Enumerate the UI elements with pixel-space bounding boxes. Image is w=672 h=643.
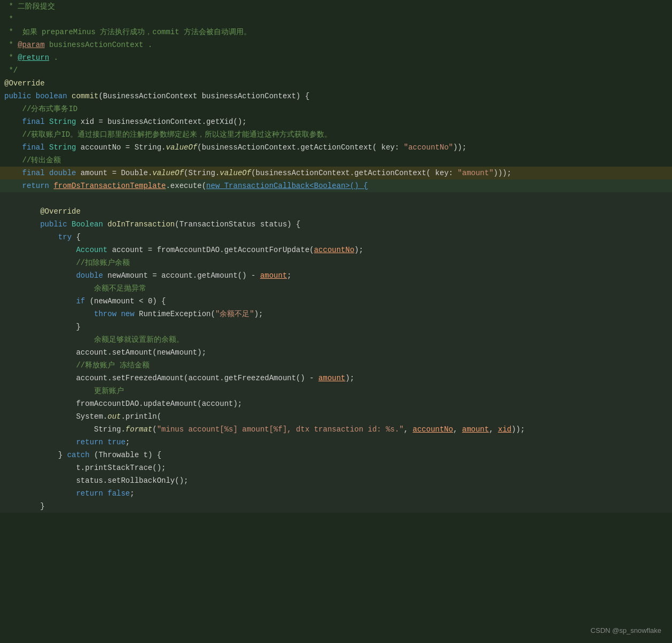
- code-token: "minus account[%s] amount[%f], dtx trans…: [157, 425, 404, 434]
- line-content: * @param businessActionContext .: [0, 39, 672, 51]
- line-content: * @return .: [0, 52, 672, 64]
- code-token: valueOf: [152, 169, 184, 177]
- code-token: (: [184, 169, 188, 177]
- code-token: [4, 284, 94, 293]
- line-content: [0, 193, 672, 205]
- code-token: status.setRollbackOnly();: [76, 476, 188, 485]
- code-token: [4, 117, 22, 126]
- code-token: "accountNo": [404, 143, 453, 152]
- code-token: accountNo =: [81, 143, 135, 152]
- code-token: [4, 489, 76, 498]
- code-token: final: [22, 143, 49, 152]
- code-token: //分布式事务ID: [4, 105, 77, 113]
- code-token: [4, 246, 76, 254]
- code-token: [4, 207, 40, 216]
- code-line: return false;: [0, 487, 672, 500]
- code-line: fromAccountDAO.updateAmount(account);: [0, 397, 672, 410]
- code-token: System.: [76, 412, 107, 421]
- line-content: }: [0, 321, 672, 333]
- line-content: return true;: [0, 436, 672, 448]
- code-token: [4, 335, 94, 344]
- code-line: status.setRollbackOnly();: [0, 474, 672, 487]
- line-content: @Override: [0, 77, 672, 89]
- code-token: *: [4, 15, 13, 23]
- code-token: double: [76, 271, 107, 280]
- code-token: }: [58, 451, 67, 459]
- line-content: * 二阶段提交: [0, 1, 672, 12]
- code-line: t.printStackTrace();: [0, 461, 672, 474]
- line-content: */: [0, 65, 672, 76]
- code-token: final: [22, 117, 49, 126]
- code-token: );: [354, 246, 363, 254]
- watermark: CSDN @sp_snowflake: [591, 626, 661, 634]
- line-content: try {: [0, 231, 672, 243]
- code-line: //扣除账户余额: [0, 256, 672, 269]
- line-content: status.setRollbackOnly();: [0, 475, 672, 487]
- code-line: * 二阶段提交: [0, 0, 672, 13]
- code-line: try {: [0, 231, 672, 244]
- code-line: //转出金额: [0, 154, 672, 167]
- code-line: }: [0, 320, 672, 333]
- line-content: 余额足够就设置新的余额。: [0, 334, 672, 346]
- code-line: */: [0, 64, 672, 77]
- code-token: "amount": [458, 169, 494, 177]
- code-token: ;: [130, 489, 134, 498]
- code-line: //分布式事务ID: [0, 103, 672, 115]
- line-content: System.out.println(: [0, 411, 672, 422]
- code-token: ));: [511, 425, 525, 434]
- code-line: @Override: [0, 205, 672, 218]
- code-line: System.out.println(: [0, 410, 672, 423]
- line-content: double newAmount = account.getAmount() -…: [0, 270, 672, 281]
- code-token: [4, 182, 22, 190]
- code-token: *: [4, 53, 18, 62]
- code-token: if: [76, 297, 89, 305]
- line-content: return false;: [0, 488, 672, 499]
- code-token: *: [4, 41, 18, 49]
- code-token: [4, 348, 76, 357]
- code-token: fromAccountDAO.updateAmount(account);: [76, 399, 242, 408]
- code-token: [4, 169, 22, 177]
- code-line: public boolean commit(BusinessActionCont…: [0, 90, 672, 103]
- line-content: //转出金额: [0, 154, 672, 166]
- code-token: true: [107, 438, 126, 446]
- code-token: false: [107, 489, 130, 498]
- code-line: //释放账户 冻结金额: [0, 359, 672, 372]
- code-token: [4, 374, 76, 382]
- code-token: doInTransaction: [107, 220, 175, 229]
- code-token: double: [49, 169, 81, 177]
- code-container: * 二阶段提交 * * 如果 prepareMinus 方法执行成功，commi…: [0, 0, 672, 643]
- code-line: * @param businessActionContext .: [0, 38, 672, 51]
- code-token: new: [121, 310, 139, 318]
- line-content: //获取账户ID。通过接口那里的注解把参数绑定起来，所以这里才能通过这种方式获取…: [0, 129, 672, 140]
- code-token: );: [254, 310, 263, 318]
- code-token: [4, 258, 76, 267]
- code-token: String.: [189, 169, 220, 177]
- code-token: [4, 412, 76, 421]
- code-token: amount: [462, 425, 489, 434]
- code-token: (BusinessActionContext businessActionCon…: [98, 92, 309, 100]
- code-token: RuntimeException(: [139, 310, 215, 318]
- code-token: boolean: [36, 92, 72, 100]
- line-content: * 如果 prepareMinus 方法执行成功，commit 方法会被自动调用…: [0, 26, 672, 38]
- code-line: String.format("minus account[%s] amount[…: [0, 423, 672, 436]
- code-token: Account: [76, 246, 112, 254]
- code-token: format: [126, 425, 152, 434]
- code-line: final double amount = Double.valueOf(Str…: [0, 167, 672, 179]
- code-line: return true;: [0, 436, 672, 449]
- code-token: new TransactionCallback<Boolean>() {: [206, 182, 368, 190]
- code-token: Boolean: [72, 220, 107, 229]
- code-token: [4, 361, 76, 370]
- code-line: return fromDsTransactionTemplate.execute…: [0, 179, 672, 192]
- code-token: (TransactionStatus status) {: [175, 220, 300, 229]
- code-token: //释放账户 冻结金额: [76, 361, 149, 370]
- code-token: return: [22, 182, 54, 190]
- code-token: ;: [126, 438, 130, 446]
- code-token: @Override: [4, 79, 45, 88]
- code-line: *: [0, 13, 672, 26]
- code-line: final String accountNo = String.valueOf(…: [0, 141, 672, 154]
- code-line: account.setFreezedAmount(account.getFree…: [0, 372, 672, 385]
- code-token: try: [58, 233, 76, 241]
- line-content: final double amount = Double.valueOf(Str…: [0, 167, 672, 179]
- code-token: [4, 387, 94, 395]
- code-token: businessActionContext .: [45, 41, 153, 49]
